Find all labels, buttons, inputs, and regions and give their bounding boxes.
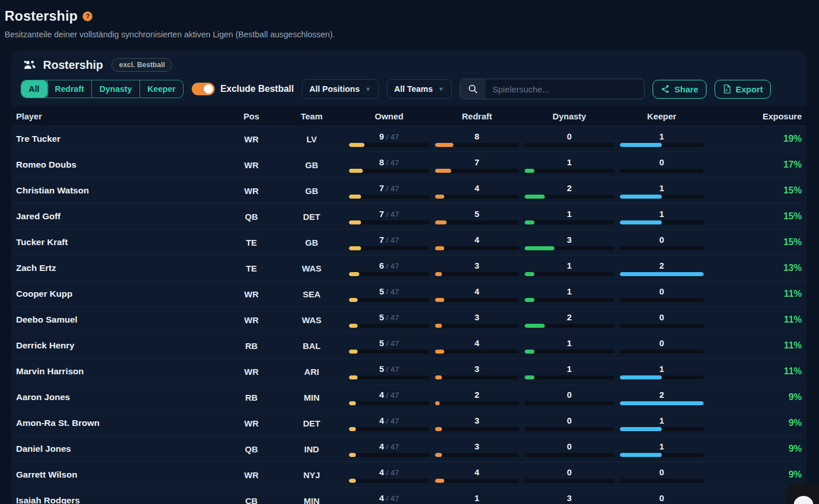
owned-bar xyxy=(349,401,429,405)
redraft-cell: 8 xyxy=(435,131,519,147)
redraft-cell: 4 xyxy=(435,338,519,354)
player-team: NYJ xyxy=(280,470,343,480)
table-row[interactable]: Deebo SamuelWRWAS5 / 4732011% xyxy=(11,307,806,332)
search-input[interactable] xyxy=(486,79,644,99)
positions-dropdown[interactable]: All Positions ▼ xyxy=(302,79,379,99)
column-header-keeper[interactable]: Keeper xyxy=(620,111,704,121)
redraft-bar xyxy=(435,298,519,302)
toggle-switch[interactable] xyxy=(192,83,215,95)
owned-cell: 4 / 47 xyxy=(349,441,429,457)
table-row[interactable]: Amon-Ra St. BrownWRDET4 / 473019% xyxy=(11,410,806,436)
exposure-value: 11% xyxy=(709,340,802,351)
positions-dropdown-value: All Positions xyxy=(309,84,360,94)
player-position: WR xyxy=(228,289,274,299)
owned-value: 5 / 47 xyxy=(349,286,429,296)
player-team: DET xyxy=(280,212,343,222)
owned-cell: 5 / 47 xyxy=(349,312,429,328)
table-row[interactable]: Aaron JonesRBMIN4 / 472029% xyxy=(11,384,806,410)
column-header-player[interactable]: Player xyxy=(16,111,223,121)
exclude-bestball-toggle[interactable]: Exclude Bestball xyxy=(192,83,294,95)
export-button[interactable]: x Export xyxy=(715,80,771,99)
keeper-bar xyxy=(620,479,704,483)
redraft-bar xyxy=(435,427,519,431)
table-row[interactable]: Isaiah RodgersCBMIN4 / 471309% xyxy=(11,487,806,504)
dynasty-value: 1 xyxy=(525,286,614,296)
help-icon[interactable]: ? xyxy=(83,11,92,21)
redraft-cell: 4 xyxy=(435,235,519,250)
table-body: Tre TuckerWRLV9 / 4780119%Romeo DoubsWRG… xyxy=(11,126,806,504)
owned-cell: 5 / 47 xyxy=(349,286,429,302)
player-name: Romeo Doubs xyxy=(16,160,223,170)
dynasty-bar xyxy=(525,220,614,224)
owned-cell: 5 / 47 xyxy=(349,338,429,354)
redraft-cell: 3 xyxy=(435,416,519,431)
exposure-value: 13% xyxy=(709,263,802,273)
player-position: QB xyxy=(228,212,274,222)
table-row[interactable]: Garrett WilsonWRNYJ4 / 474009% xyxy=(11,462,806,487)
owned-cell: 6 / 47 xyxy=(349,261,429,276)
column-header-team[interactable]: Team xyxy=(280,111,343,121)
table-row[interactable]: Jared GoffQBDET7 / 4751115% xyxy=(11,203,806,229)
share-button[interactable]: Share xyxy=(653,80,707,99)
column-header-dynasty[interactable]: Dynasty xyxy=(525,111,614,121)
keeper-cell: 0 xyxy=(620,312,704,328)
redraft-value: 3 xyxy=(435,312,519,322)
column-header-redraft[interactable]: Redraft xyxy=(435,111,519,121)
redraft-value: 3 xyxy=(435,261,519,270)
player-position: QB xyxy=(228,444,274,454)
exposure-value: 11% xyxy=(709,366,802,377)
teams-dropdown[interactable]: All Teams ▼ xyxy=(387,79,452,99)
share-icon xyxy=(661,84,670,94)
owned-bar xyxy=(349,324,429,328)
table-row[interactable]: Romeo DoubsWRGB8 / 4771017% xyxy=(11,152,806,177)
column-header-owned[interactable]: Owned xyxy=(349,111,429,121)
chat-widget-button[interactable] xyxy=(786,483,819,504)
owned-value: 4 / 47 xyxy=(349,390,429,400)
table-row[interactable]: Zach ErtzTEWAS6 / 4731213% xyxy=(11,255,806,281)
owned-value: 5 / 47 xyxy=(349,364,429,374)
player-position: WR xyxy=(228,367,274,377)
owned-value: 5 / 47 xyxy=(349,312,429,322)
table-row[interactable]: Tucker KraftTEGB7 / 4743015% xyxy=(11,229,806,255)
dynasty-cell: 1 xyxy=(525,338,614,354)
owned-bar xyxy=(349,143,429,147)
redraft-bar xyxy=(435,272,519,276)
keeper-bar xyxy=(620,298,704,302)
redraft-value: 1 xyxy=(435,493,519,503)
tab-all[interactable]: All xyxy=(21,80,47,98)
table-row[interactable]: Tre TuckerWRLV9 / 4780119% xyxy=(11,126,806,152)
exposure-value: 19% xyxy=(709,134,802,144)
table-row[interactable]: Daniel JonesQBIND4 / 473019% xyxy=(11,436,806,462)
table-row[interactable]: Derrick HenryRBBAL5 / 4741011% xyxy=(11,332,806,358)
owned-value: 9 / 47 xyxy=(349,131,429,141)
dynasty-bar xyxy=(525,479,614,483)
tab-keeper[interactable]: Keeper xyxy=(139,80,183,98)
table-row[interactable]: Marvin HarrisonWRARI5 / 4731111% xyxy=(11,358,806,384)
rostership-table: PlayerPosTeamOwnedRedraftDynastyKeeperEx… xyxy=(11,106,806,504)
table-row[interactable]: Cooper KuppWRSEA5 / 4741011% xyxy=(11,281,806,307)
table-row[interactable]: Christian WatsonWRGB7 / 4742115% xyxy=(11,177,806,203)
export-button-label: Export xyxy=(736,84,763,94)
keeper-bar xyxy=(620,401,704,405)
dynasty-bar xyxy=(525,298,614,302)
owned-bar xyxy=(349,453,429,457)
player-team: SEA xyxy=(280,289,343,299)
column-header-pos[interactable]: Pos xyxy=(228,111,274,121)
redraft-bar xyxy=(435,479,519,483)
redraft-value: 7 xyxy=(435,157,519,167)
tab-redraft[interactable]: Redraft xyxy=(47,80,92,98)
player-position: CB xyxy=(228,496,274,504)
redraft-bar xyxy=(435,195,519,199)
exposure-value: 15% xyxy=(709,185,802,196)
player-team: LV xyxy=(280,134,343,144)
dynasty-value: 0 xyxy=(525,441,614,451)
keeper-value: 0 xyxy=(620,467,704,477)
tab-dynasty[interactable]: Dynasty xyxy=(91,80,139,98)
column-header-exposure[interactable]: Exposure xyxy=(709,111,802,121)
redraft-bar xyxy=(435,350,519,354)
keeper-value: 1 xyxy=(620,441,704,451)
dynasty-bar xyxy=(525,427,614,431)
dynasty-value: 0 xyxy=(525,131,614,141)
redraft-value: 3 xyxy=(435,416,519,425)
keeper-value: 0 xyxy=(620,235,704,245)
